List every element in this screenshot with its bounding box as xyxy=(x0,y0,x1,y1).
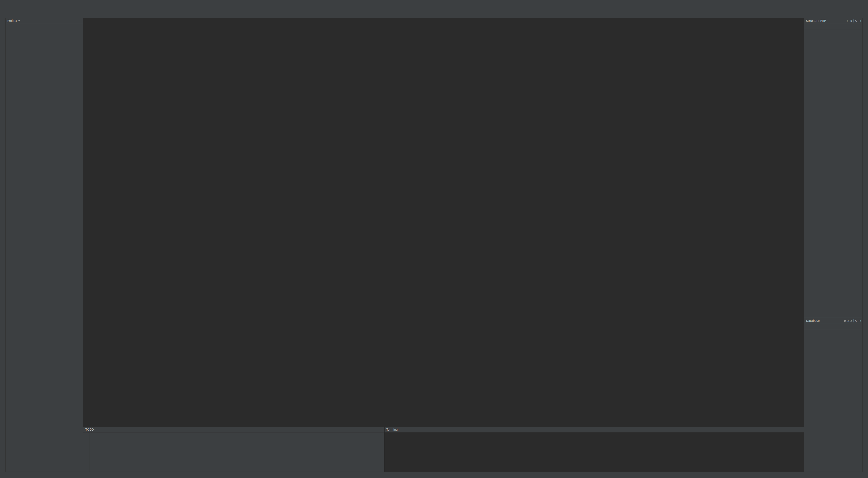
database-panel: Database ⇄ ⊼ ⊻ | ⚙ ⇥ xyxy=(804,318,863,472)
editor-middle xyxy=(303,18,560,427)
project-panel: Project ▼ xyxy=(5,18,83,472)
database-panel-header-icons[interactable]: ⇄ ⊼ ⊻ | ⚙ ⇥ xyxy=(844,319,861,322)
editor-right xyxy=(560,18,804,427)
project-panel-title: Project xyxy=(7,19,17,23)
terminal-panel: Terminal xyxy=(384,427,804,472)
right-tool-window-stripe xyxy=(862,18,868,472)
database-panel-title: Database xyxy=(806,319,819,322)
bottom-status-bar xyxy=(0,472,868,478)
todo-panel: TODO xyxy=(83,427,384,472)
todo-panel-title: TODO xyxy=(83,428,96,431)
structure-panel-title: Structure PHP xyxy=(806,19,826,23)
left-tool-window-stripe xyxy=(0,18,6,472)
phpstorm-ide-window: Project ▼ Structure PHP ⇳ ⇅ | ⚙ ⇥ Databa… xyxy=(0,0,868,478)
menu-bar xyxy=(0,0,868,5)
structure-panel: Structure PHP ⇳ ⇅ | ⚙ ⇥ xyxy=(804,18,863,318)
main-toolbar xyxy=(0,5,868,12)
terminal-output[interactable] xyxy=(384,433,804,435)
editor-left xyxy=(83,18,303,427)
chevron-down-icon[interactable]: ▼ xyxy=(18,20,20,22)
breadcrumb xyxy=(0,12,868,18)
terminal-title: Terminal xyxy=(386,428,399,431)
structure-panel-header-icons[interactable]: ⇳ ⇅ | ⚙ ⇥ xyxy=(847,19,861,23)
